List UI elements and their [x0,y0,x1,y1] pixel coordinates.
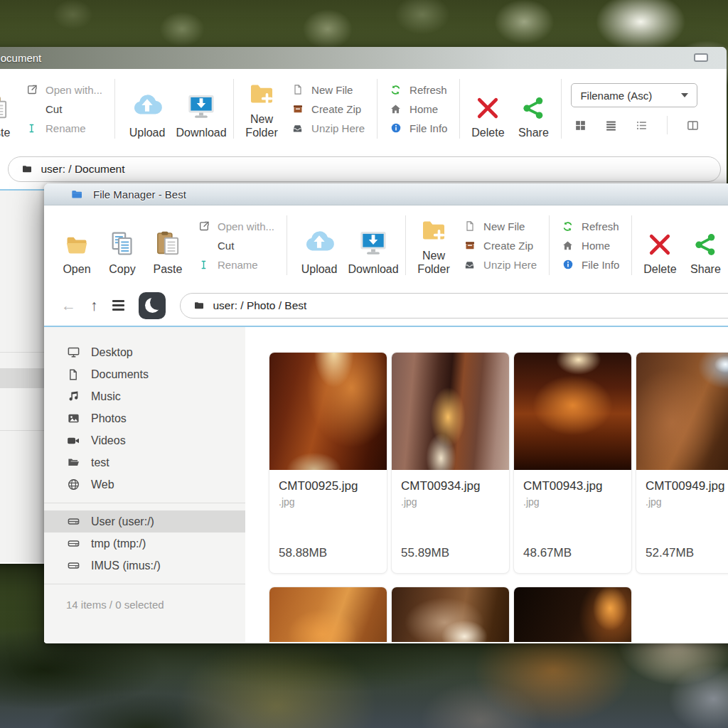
music-icon [66,390,80,404]
moon-icon [145,298,160,313]
download-button[interactable]: Download [346,205,400,285]
minimize-button[interactable] [694,53,708,62]
drive-icon [66,515,80,529]
dark-mode-toggle[interactable] [139,292,166,319]
cut-button[interactable]: Cut [198,240,274,252]
toolbar-divider [233,79,234,139]
sidebar-item-desktop[interactable]: Desktop [44,341,245,363]
file-extension: .jpg [646,496,728,508]
create-zip-button[interactable]: Create Zip [464,240,537,252]
view-rows-button[interactable] [604,119,618,132]
open-with-button[interactable]: Open with... [198,220,274,232]
new-folder-button[interactable]: New Folder [239,69,284,149]
toolbar-divider [287,215,287,275]
sidebar-volume-imus[interactable]: IMUS (imus:/) [44,555,245,577]
file-card[interactable] [269,587,387,642]
unzip-here-button[interactable]: Unzip Here [464,259,537,271]
toolbar-divider [459,79,460,139]
delete-button[interactable]: Delete [465,69,510,149]
open-with-icon [198,220,210,232]
document-icon [66,368,80,382]
rename-button[interactable]: Rename [26,122,102,134]
create-zip-icon [464,240,476,252]
sidebar-volume-user[interactable]: User (user:/) [44,510,245,532]
rename-button[interactable]: Rename [198,259,274,271]
breadcrumb[interactable]: user: / Document [8,156,722,182]
view-grid-button[interactable] [574,119,587,132]
delete-button[interactable]: Delete [637,205,682,285]
paste-button[interactable]: Paste [0,69,18,149]
window-title: File Manager - Best [93,188,186,200]
back-button[interactable]: ← [61,298,76,313]
sort-view-group: Filename (Asc) [567,69,700,149]
new-folder-button[interactable]: New Folder [411,205,456,285]
upload-button[interactable]: Upload [120,69,174,149]
file-thumbnail [269,587,387,642]
download-button[interactable]: Download [174,69,228,149]
view-list-button[interactable] [635,119,648,132]
refresh-icon [390,84,402,96]
file-card[interactable]: CMT00925.jpg .jpg 58.88MB [269,352,387,574]
unzip-here-icon [464,259,476,271]
open-button[interactable]: Open [54,205,100,285]
file-info-button[interactable]: File Info [390,122,447,134]
sidebar-divider [44,503,245,503]
globe-icon [66,478,80,492]
sort-dropdown[interactable]: Filename (Asc) [571,83,697,107]
rename-icon [26,122,38,134]
sidebar-item-photos[interactable]: Photos [44,407,245,429]
file-card[interactable]: CMT00949.jpg .jpg 52.47MB [636,352,728,574]
file-card[interactable]: CMT00943.jpg .jpg 48.67MB [513,352,632,574]
file-actions-group: New File Create Zip Unzip Here [456,205,544,285]
file-info-icon [562,259,574,271]
sidebar-item-music[interactable]: Music [44,385,245,407]
toolbar-divider [405,215,406,275]
file-info-button[interactable]: File Info [562,259,619,271]
up-button[interactable]: ↑ [90,298,98,313]
refresh-button[interactable]: Refresh [390,84,447,96]
sidebar-volume-tmp[interactable]: tmp (tmp:/) [44,532,245,555]
cut-button[interactable]: Cut [26,103,102,115]
unzip-here-button[interactable]: Unzip Here [291,122,365,134]
copy-icon [108,223,136,258]
sidebar-item-videos[interactable]: Videos [44,429,245,451]
sidebar-item-web[interactable]: Web [44,473,245,496]
file-thumbnail [514,587,631,642]
copy-button[interactable]: Copy [100,205,145,285]
sidebar-item-test[interactable]: test [44,451,245,473]
home-button[interactable]: Home [562,240,619,252]
toolbar-divider [377,79,378,139]
home-button[interactable]: Home [390,103,447,115]
new-file-button[interactable]: New File [464,220,537,232]
create-zip-button[interactable]: Create Zip [291,103,365,115]
paste-button[interactable]: Paste [145,205,191,285]
file-card[interactable]: CMT00934.jpg .jpg 55.89MB [391,352,510,574]
menu-button[interactable] [112,300,124,310]
file-size: 52.47MB [646,546,728,566]
open-folder-icon [62,223,92,258]
breadcrumb[interactable]: user: / Photo / Best [180,293,728,318]
new-file-icon [464,220,476,232]
unzip-here-icon [291,122,304,134]
new-folder-icon [246,73,277,108]
file-thumbnail [636,353,728,470]
file-card[interactable] [391,587,510,642]
upload-icon [127,86,167,122]
paste-icon [154,223,182,258]
toolbar-divider [631,215,632,275]
view-columns-button[interactable] [686,119,700,132]
toolbar: Open Copy Paste Open with... Cut Rename [0,69,727,149]
sidebar-divider [44,584,245,584]
window-titlebar[interactable]: File Manager - Best [44,183,728,205]
share-button[interactable]: Share [510,69,556,149]
share-button[interactable]: Share [682,205,728,285]
window-titlebar[interactable]: File Manager - Document [0,47,727,69]
refresh-button[interactable]: Refresh [562,220,619,232]
open-with-button[interactable]: Open with... [26,84,102,96]
file-card[interactable] [513,587,632,642]
upload-button[interactable]: Upload [292,205,346,285]
sidebar-item-documents[interactable]: Documents [44,363,245,385]
home-icon [562,240,574,252]
file-name: CMT00934.jpg [401,479,500,493]
new-file-button[interactable]: New File [291,84,365,96]
